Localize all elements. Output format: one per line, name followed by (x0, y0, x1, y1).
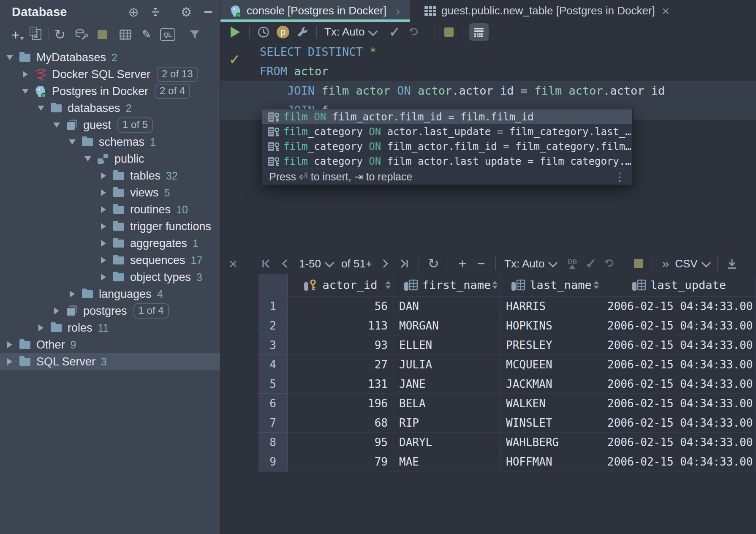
chevron-down-icon[interactable] (20, 86, 31, 97)
last-page-icon[interactable] (395, 254, 413, 273)
row-number[interactable]: 5 (258, 374, 288, 394)
cell-last-update[interactable]: 2006-02-15 04:34:33.00 (602, 452, 756, 471)
completion-item-1[interactable]: film ON film_actor.film_id = film.film_i… (262, 109, 632, 124)
hide-panel-icon[interactable] (201, 5, 215, 19)
chevron-right-icon[interactable] (98, 238, 109, 249)
chevron-right-icon[interactable] (4, 356, 15, 367)
code-line-3[interactable]: JOIN film_actor ON actor.actor_id = film… (220, 81, 756, 101)
row-number[interactable]: 9 (258, 452, 288, 471)
cell-last-name[interactable]: WAHLBERG (501, 433, 602, 452)
tree-item-sequences[interactable]: sequences17 (0, 252, 220, 269)
cell-first-name[interactable]: JANE (394, 374, 501, 394)
reload-icon[interactable]: ↻ (424, 254, 443, 273)
tree-item-docker-sql-server[interactable]: Docker SQL Server2 of 13 (0, 66, 220, 83)
cell-last-name[interactable]: MCQUEEN (501, 355, 602, 374)
cell-actor-id[interactable]: 131 (288, 374, 394, 394)
query-console-icon[interactable]: QL (158, 25, 177, 44)
code-line-2[interactable]: FROM actor (220, 62, 756, 81)
column-header-last-update[interactable]: last_update (602, 274, 756, 296)
cell-last-update[interactable]: 2006-02-15 04:34:33.00 (602, 433, 756, 452)
completion-item-3[interactable]: film_category ON film_actor.film_id = fi… (262, 139, 632, 154)
cell-first-name[interactable]: JULIA (394, 355, 501, 374)
cell-last-update[interactable]: 2006-02-15 04:34:33.00 (602, 413, 756, 433)
completion-item-4[interactable]: film_category ON film_actor.last_update … (262, 154, 632, 169)
cell-first-name[interactable]: MORGAN (394, 316, 501, 335)
tab-new-table[interactable]: guest.public.new_table [Postgres in Dock… (415, 0, 677, 22)
history-clock-icon[interactable] (254, 23, 273, 41)
cell-last-update[interactable]: 2006-02-15 04:34:33.00 (602, 335, 756, 355)
sort-arrows-icon[interactable] (593, 281, 599, 289)
tree-item-other[interactable]: Other9 (0, 336, 220, 353)
tree-item-schemas[interactable]: schemas1 (0, 134, 220, 150)
cell-actor-id[interactable]: 27 (288, 355, 394, 374)
results-tx-dropdown[interactable]: Tx: Auto (501, 257, 559, 270)
chevron-down-icon[interactable] (67, 136, 78, 147)
locate-target-icon[interactable]: ⊕ (127, 5, 140, 19)
wrench-icon[interactable] (293, 23, 312, 41)
cell-first-name[interactable]: MAE (394, 452, 501, 471)
chevron-right-icon[interactable] (4, 339, 15, 350)
more-actions-icon[interactable]: » (662, 256, 668, 271)
tree-item-postgres-in-docker[interactable]: Postgres in Docker2 of 4 (0, 83, 220, 100)
row-number[interactable]: 4 (258, 355, 288, 374)
add-icon[interactable]: + (6, 25, 25, 44)
cell-actor-id[interactable]: 113 (288, 316, 394, 335)
chevron-down-icon[interactable] (35, 103, 46, 114)
cell-first-name[interactable]: RIP (394, 413, 501, 433)
chevron-down-icon[interactable] (82, 153, 93, 164)
cell-actor-id[interactable]: 68 (288, 413, 394, 433)
tx-mode-dropdown[interactable]: Tx: Auto (321, 25, 379, 38)
cell-first-name[interactable]: ELLEN (394, 335, 501, 355)
chevron-down-icon[interactable] (51, 120, 62, 131)
table-row[interactable]: 393ELLENPRESLEY2006-02-15 04:34:33.00 (258, 335, 756, 355)
run-icon[interactable] (226, 23, 245, 41)
code-line-1[interactable]: SELECT DISTINCT * (220, 42, 756, 62)
cell-actor-id[interactable]: 196 (288, 394, 394, 413)
in-editor-results-icon[interactable] (469, 23, 489, 41)
cell-last-name[interactable]: WINSLET (501, 413, 602, 433)
page-size-dropdown[interactable]: 1-50 (296, 257, 335, 270)
chevron-right-icon[interactable] (98, 272, 109, 283)
tree-item-trigger-functions[interactable]: trigger functions (0, 218, 220, 235)
editor-code[interactable]: SELECT DISTINCT *FROM actor JOIN film_ac… (220, 42, 756, 120)
chevron-right-icon[interactable] (98, 255, 109, 266)
tree-item-sql-server[interactable]: SQL Server3 (0, 353, 220, 370)
table-row[interactable]: 979MAEHOFFMAN2006-02-15 04:34:33.00 (258, 452, 756, 471)
tree-item-guest[interactable]: guest1 of 5 (0, 117, 220, 134)
export-format-dropdown[interactable]: CSV (672, 257, 712, 270)
delete-row-icon[interactable]: − (472, 254, 490, 273)
sort-arrows-icon[interactable] (492, 281, 498, 289)
tree-item-roles[interactable]: roles11 (0, 319, 220, 336)
download-icon[interactable] (723, 254, 741, 273)
cell-first-name[interactable]: DAN (394, 297, 501, 316)
column-header-last-name[interactable]: last_name (501, 274, 602, 296)
modify-pencil-icon[interactable]: ✎ (137, 25, 156, 44)
tree-item-languages[interactable]: languages4 (0, 286, 220, 302)
postgres-dialect-icon[interactable]: p (273, 23, 293, 41)
close-results-icon[interactable]: × (224, 256, 242, 272)
cell-last-name[interactable]: HOPKINS (501, 316, 602, 335)
row-number[interactable]: 8 (258, 433, 288, 452)
row-number[interactable]: 3 (258, 335, 288, 355)
cell-last-update[interactable]: 2006-02-15 04:34:33.00 (602, 355, 756, 374)
more-options-icon[interactable]: ⋮ (614, 170, 625, 184)
chevron-right-icon[interactable] (67, 289, 78, 300)
tree-item-object-types[interactable]: object types3 (0, 269, 220, 286)
chevron-right-icon[interactable] (98, 204, 109, 215)
tree-item-databases[interactable]: databases2 (0, 100, 220, 117)
row-number[interactable]: 2 (258, 316, 288, 335)
table-row[interactable]: 427JULIAMCQUEEN2006-02-15 04:34:33.00 (258, 355, 756, 374)
next-page-icon[interactable] (376, 254, 395, 273)
cell-first-name[interactable]: DARYL (394, 433, 501, 452)
table-row[interactable]: 6196BELAWALKEN2006-02-15 04:34:33.00 (258, 394, 756, 413)
column-header-first-name[interactable]: first_name (394, 274, 501, 296)
chevron-right-icon[interactable] (98, 221, 109, 232)
cell-first-name[interactable]: BELA (394, 394, 501, 413)
add-row-icon[interactable]: + (453, 254, 472, 273)
duplicate-icon[interactable] (27, 25, 46, 44)
chevron-down-icon[interactable] (4, 52, 15, 63)
tree-item-mydatabases[interactable]: MyDatabases2 (0, 49, 220, 66)
chevron-right-icon[interactable] (98, 187, 109, 198)
collapse-all-icon[interactable] (149, 5, 162, 19)
tab-console[interactable]: console [Postgres in Docker] › (220, 0, 410, 22)
